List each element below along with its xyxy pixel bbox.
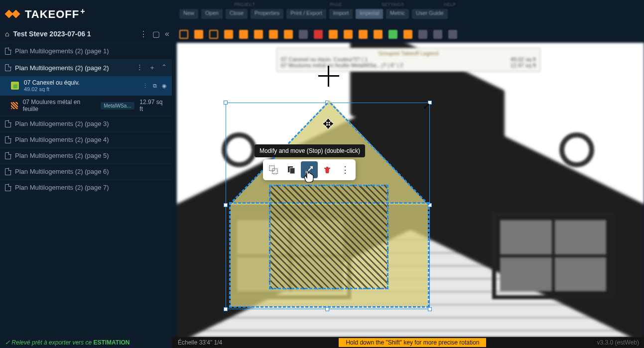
hint-label: Hold down the "Shift" key for more preci… (339, 338, 486, 347)
version-label: v3.3.0 (estWeb) (597, 339, 639, 346)
page-row-6[interactable]: Plan Multilogements (2) (page 6) (0, 163, 172, 179)
ribbon-import[interactable]: Import (329, 9, 353, 19)
collapse-sidebar-icon[interactable]: « (165, 29, 169, 39)
ribbon-properties[interactable]: Properties (251, 9, 283, 19)
ribbon-metric[interactable]: Metric (386, 9, 409, 19)
item-copy-icon[interactable]: ⧉ (153, 83, 157, 89)
canvas-toolbar (179, 28, 639, 41)
status-bar: Échelle 33'4" 1/4 Hold down the "Shift" … (172, 337, 644, 348)
page-label: Plan Multilogements (2) (page 2) (15, 64, 109, 72)
page-label: Plan Multilogements (2) (page 3) (15, 120, 109, 127)
legend-box: Grouped Takeoff Legend 07 Canexel ou équ… (276, 48, 540, 72)
page-label: Plan Multilogements (2) (page 7) (15, 184, 109, 191)
home-icon[interactable]: ⌂ (5, 30, 9, 38)
file-icon (5, 48, 11, 55)
page-row-1[interactable]: Plan Multilogements (2) (page 1) (0, 43, 172, 59)
file-icon (5, 184, 11, 191)
tool-select-icon[interactable] (179, 30, 188, 39)
page-add-icon[interactable]: ＋ (149, 63, 155, 72)
doc-menu-icon[interactable]: ⋮ (139, 29, 147, 39)
page-row-2[interactable]: Plan Multilogements (2) (page 2) ⋮ ＋ ⌃ (0, 59, 172, 76)
ribbon: New Open Close Properties Print / Export… (179, 9, 639, 19)
takeoff-area: 49.02 sq ft (24, 86, 80, 92)
logo-icon (6, 8, 21, 19)
file-icon (5, 136, 11, 143)
tool-visibility-icon[interactable] (388, 30, 397, 39)
takeoff-item-canexel[interactable]: ▦ 07 Canexel ou équiv. 49.02 sq ft ⋮ ⧉ ◉ (0, 76, 172, 95)
document-row: ⌂ Test Steve 2023-07-06 1 ⋮ ▢ « (5, 28, 169, 40)
page-label: Plan Multilogements (2) (page 4) (15, 136, 109, 143)
item-menu-icon[interactable]: ⋮ (142, 83, 148, 89)
file-icon (5, 168, 11, 175)
ribbon-imperial[interactable]: Imperial (356, 9, 383, 19)
takeoff-area: 12.97 sq ft (139, 99, 167, 113)
sidebar: Plan Multilogements (2) (page 1) Plan Mu… (0, 43, 172, 336)
app-name: TAKEOFF+ (25, 7, 86, 21)
tool-angle-icon[interactable] (239, 30, 248, 39)
app-logo: TAKEOFF+ (6, 7, 86, 21)
page-row-4[interactable]: Plan Multilogements (2) (page 4) (0, 131, 172, 147)
file-icon (5, 64, 11, 71)
ribbon-print-export[interactable]: Print / Export (286, 9, 326, 19)
swatch-icon: ▦ (11, 82, 19, 90)
tool-fit-icon[interactable] (359, 30, 368, 39)
takeoff-name: 07 Canexel ou équiv. (24, 79, 80, 86)
swatch-icon (11, 102, 18, 109)
scale-label: Échelle 33'4" 1/4 (172, 339, 228, 346)
tool-layers-icon[interactable] (374, 30, 383, 39)
tool-poly-icon[interactable] (224, 30, 233, 39)
takeoff-name: 07 Moulures métal en feuille (23, 99, 96, 113)
page-menu-icon[interactable]: ⋮ (136, 63, 143, 72)
ribbon-open[interactable]: Open (201, 9, 223, 19)
file-icon (5, 120, 11, 127)
page-label: Plan Multilogements (2) (page 5) (15, 152, 109, 159)
page-row-3[interactable]: Plan Multilogements (2) (page 3) (0, 116, 172, 131)
drawing-canvas[interactable]: Grouped Takeoff Legend 07 Canexel ou équ… (177, 43, 644, 337)
tool-pencil-icon[interactable] (194, 30, 203, 39)
ribbon-user-guide[interactable]: User Guide (412, 9, 448, 19)
tool-path-icon[interactable] (284, 30, 293, 39)
tool-area-icon[interactable] (269, 30, 278, 39)
tool-dropper-icon[interactable] (418, 30, 427, 39)
tool-line-icon[interactable] (254, 30, 263, 39)
item-eye-icon[interactable]: ◉ (162, 83, 167, 89)
tool-comment-icon[interactable] (433, 30, 442, 39)
file-icon (5, 152, 11, 159)
doc-page-icon[interactable]: ▢ (152, 29, 160, 39)
export-status: ✓ Relevé prêt à exporter vers ce ESTIMAT… (5, 339, 130, 346)
page-collapse-icon[interactable]: ⌃ (161, 63, 167, 72)
tool-record-icon[interactable] (314, 30, 323, 39)
ribbon-close[interactable]: Close (226, 9, 248, 19)
tool-plus-icon[interactable] (329, 30, 338, 39)
page-row-5[interactable]: Plan Multilogements (2) (page 5) (0, 147, 172, 163)
tool-rect-icon[interactable] (209, 30, 218, 39)
ribbon-new[interactable]: New (179, 9, 198, 19)
tool-note-icon[interactable] (299, 30, 308, 39)
ribbon-categories: PROJECT PAGE SETTINGS HELP (179, 2, 639, 9)
takeoff-item-moulures[interactable]: 07 Moulures métal en feuille MetalWSa… 1… (0, 95, 172, 116)
tool-export-icon[interactable] (448, 30, 457, 39)
page-label: Plan Multilogements (2) (page 1) (15, 47, 109, 55)
page-label: Plan Multilogements (2) (page 6) (15, 168, 109, 175)
document-title: Test Steve 2023-07-06 1 (13, 30, 91, 38)
tool-color-icon[interactable] (403, 30, 412, 39)
tool-zoom-icon[interactable] (344, 30, 353, 39)
legend-title: Grouped Takeoff Legend (281, 50, 536, 56)
page-row-7[interactable]: Plan Multilogements (2) (page 7) (0, 179, 172, 195)
takeoff-type: MetalWSa… (101, 102, 134, 110)
